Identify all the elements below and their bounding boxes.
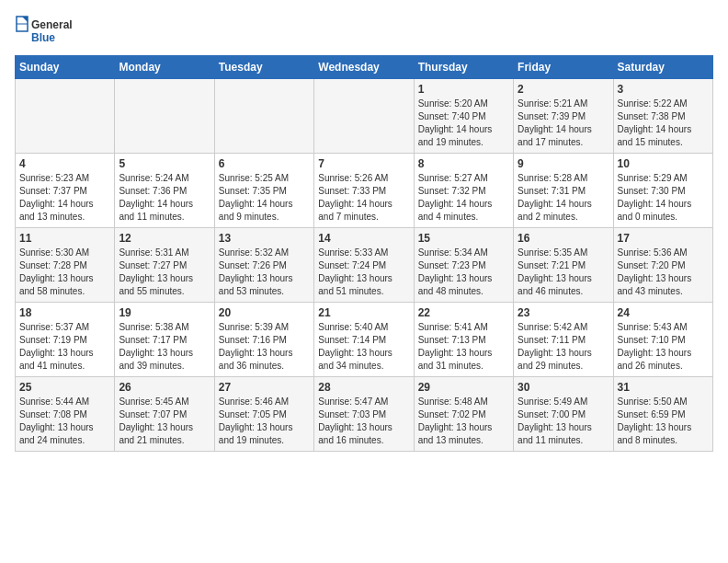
day-number: 13 [219,232,310,245]
day-info: Sunrise: 5:22 AMSunset: 7:38 PMDaylight:… [618,98,709,149]
day-info: Sunrise: 5:29 AMSunset: 7:30 PMDaylight:… [618,172,709,224]
day-info: Sunrise: 5:34 AMSunset: 7:23 PMDaylight:… [418,247,509,298]
day-number: 17 [618,232,709,245]
weekday-header-sunday: Sunday [16,56,115,79]
day-info: Sunrise: 5:44 AMSunset: 7:08 PMDaylight:… [19,396,110,447]
calendar-cell: 9Sunrise: 5:28 AMSunset: 7:31 PMDaylight… [514,154,613,228]
svg-marker-3 [22,17,28,22]
day-number: 22 [418,306,509,319]
day-number: 26 [119,381,210,394]
day-number: 30 [518,381,609,394]
day-info: Sunrise: 5:21 AMSunset: 7:39 PMDaylight:… [518,98,609,149]
week-row-1: 1Sunrise: 5:20 AMSunset: 7:40 PMDaylight… [16,79,713,154]
calendar-cell: 30Sunrise: 5:49 AMSunset: 7:00 PMDayligh… [514,377,613,452]
day-number: 24 [618,306,709,319]
calendar-cell [314,79,414,154]
logo: General Blue [15,15,79,48]
weekday-header-tuesday: Tuesday [214,56,313,79]
day-number: 4 [19,157,110,170]
svg-text:General: General [31,18,73,31]
calendar-cell: 6Sunrise: 5:25 AMSunset: 7:35 PMDaylight… [214,154,313,228]
day-info: Sunrise: 5:38 AMSunset: 7:17 PMDaylight:… [119,321,210,373]
day-info: Sunrise: 5:20 AMSunset: 7:40 PMDaylight:… [418,98,509,149]
calendar-cell: 17Sunrise: 5:36 AMSunset: 7:20 PMDayligh… [613,228,712,303]
day-info: Sunrise: 5:23 AMSunset: 7:37 PMDaylight:… [19,172,110,224]
calendar-cell [214,79,313,154]
day-info: Sunrise: 5:50 AMSunset: 6:59 PMDaylight:… [618,396,709,447]
day-number: 2 [518,83,609,96]
week-row-3: 11Sunrise: 5:30 AMSunset: 7:28 PMDayligh… [16,228,713,303]
calendar-cell: 22Sunrise: 5:41 AMSunset: 7:13 PMDayligh… [414,303,513,377]
day-number: 9 [518,157,609,170]
day-info: Sunrise: 5:42 AMSunset: 7:11 PMDaylight:… [518,321,609,373]
day-info: Sunrise: 5:25 AMSunset: 7:35 PMDaylight:… [219,172,310,224]
weekday-header-saturday: Saturday [613,56,712,79]
day-number: 23 [518,306,609,319]
day-info: Sunrise: 5:36 AMSunset: 7:20 PMDaylight:… [618,247,709,298]
day-number: 18 [19,306,110,319]
week-row-5: 25Sunrise: 5:44 AMSunset: 7:08 PMDayligh… [16,377,713,452]
day-number: 21 [318,306,409,319]
calendar-cell: 2Sunrise: 5:21 AMSunset: 7:39 PMDaylight… [514,79,613,154]
calendar-cell: 12Sunrise: 5:31 AMSunset: 7:27 PMDayligh… [115,228,214,303]
logo-svg: General Blue [15,15,79,48]
day-info: Sunrise: 5:43 AMSunset: 7:10 PMDaylight:… [618,321,709,373]
day-info: Sunrise: 5:37 AMSunset: 7:19 PMDaylight:… [19,321,110,373]
calendar-cell [115,79,214,154]
weekday-header-row: SundayMondayTuesdayWednesdayThursdayFrid… [16,56,713,79]
calendar-cell: 5Sunrise: 5:24 AMSunset: 7:36 PMDaylight… [115,154,214,228]
day-number: 11 [19,232,110,245]
day-number: 19 [119,306,210,319]
calendar-cell: 28Sunrise: 5:47 AMSunset: 7:03 PMDayligh… [314,377,414,452]
calendar-cell: 20Sunrise: 5:39 AMSunset: 7:16 PMDayligh… [214,303,313,377]
day-info: Sunrise: 5:46 AMSunset: 7:05 PMDaylight:… [219,396,310,447]
calendar-cell [16,79,115,154]
day-number: 8 [418,157,509,170]
weekday-header-friday: Friday [514,56,613,79]
calendar-cell: 26Sunrise: 5:45 AMSunset: 7:07 PMDayligh… [115,377,214,452]
calendar-cell: 25Sunrise: 5:44 AMSunset: 7:08 PMDayligh… [16,377,115,452]
day-number: 16 [518,232,609,245]
day-info: Sunrise: 5:31 AMSunset: 7:27 PMDaylight:… [119,247,210,298]
day-number: 14 [318,232,409,245]
calendar-cell: 1Sunrise: 5:20 AMSunset: 7:40 PMDaylight… [414,79,513,154]
day-info: Sunrise: 5:41 AMSunset: 7:13 PMDaylight:… [418,321,509,373]
day-info: Sunrise: 5:30 AMSunset: 7:28 PMDaylight:… [19,247,110,298]
day-info: Sunrise: 5:39 AMSunset: 7:16 PMDaylight:… [219,321,310,373]
calendar-cell: 14Sunrise: 5:33 AMSunset: 7:24 PMDayligh… [314,228,414,303]
week-row-2: 4Sunrise: 5:23 AMSunset: 7:37 PMDaylight… [16,154,713,228]
day-number: 28 [318,381,409,394]
calendar-cell: 24Sunrise: 5:43 AMSunset: 7:10 PMDayligh… [613,303,712,377]
calendar-cell: 16Sunrise: 5:35 AMSunset: 7:21 PMDayligh… [514,228,613,303]
calendar-cell: 21Sunrise: 5:40 AMSunset: 7:14 PMDayligh… [314,303,414,377]
calendar-cell: 3Sunrise: 5:22 AMSunset: 7:38 PMDaylight… [613,79,712,154]
day-number: 10 [618,157,709,170]
header: General Blue [15,15,713,48]
calendar-cell: 4Sunrise: 5:23 AMSunset: 7:37 PMDaylight… [16,154,115,228]
day-number: 3 [618,83,709,96]
day-info: Sunrise: 5:40 AMSunset: 7:14 PMDaylight:… [318,321,409,373]
day-info: Sunrise: 5:45 AMSunset: 7:07 PMDaylight:… [119,396,210,447]
calendar-cell: 27Sunrise: 5:46 AMSunset: 7:05 PMDayligh… [214,377,313,452]
day-info: Sunrise: 5:49 AMSunset: 7:00 PMDaylight:… [518,396,609,447]
day-info: Sunrise: 5:33 AMSunset: 7:24 PMDaylight:… [318,247,409,298]
day-info: Sunrise: 5:28 AMSunset: 7:31 PMDaylight:… [518,172,609,224]
calendar-cell: 23Sunrise: 5:42 AMSunset: 7:11 PMDayligh… [514,303,613,377]
calendar-cell: 10Sunrise: 5:29 AMSunset: 7:30 PMDayligh… [613,154,712,228]
day-info: Sunrise: 5:24 AMSunset: 7:36 PMDaylight:… [119,172,210,224]
calendar-cell: 15Sunrise: 5:34 AMSunset: 7:23 PMDayligh… [414,228,513,303]
weekday-header-thursday: Thursday [414,56,513,79]
calendar-table: SundayMondayTuesdayWednesdayThursdayFrid… [15,55,713,452]
calendar-cell: 13Sunrise: 5:32 AMSunset: 7:26 PMDayligh… [214,228,313,303]
day-number: 5 [119,157,210,170]
day-number: 27 [219,381,310,394]
day-number: 20 [219,306,310,319]
calendar-cell: 18Sunrise: 5:37 AMSunset: 7:19 PMDayligh… [16,303,115,377]
day-number: 1 [418,83,509,96]
day-number: 15 [418,232,509,245]
day-number: 31 [618,381,709,394]
day-number: 25 [19,381,110,394]
weekday-header-wednesday: Wednesday [314,56,414,79]
calendar-cell: 31Sunrise: 5:50 AMSunset: 6:59 PMDayligh… [613,377,712,452]
weekday-header-monday: Monday [115,56,214,79]
